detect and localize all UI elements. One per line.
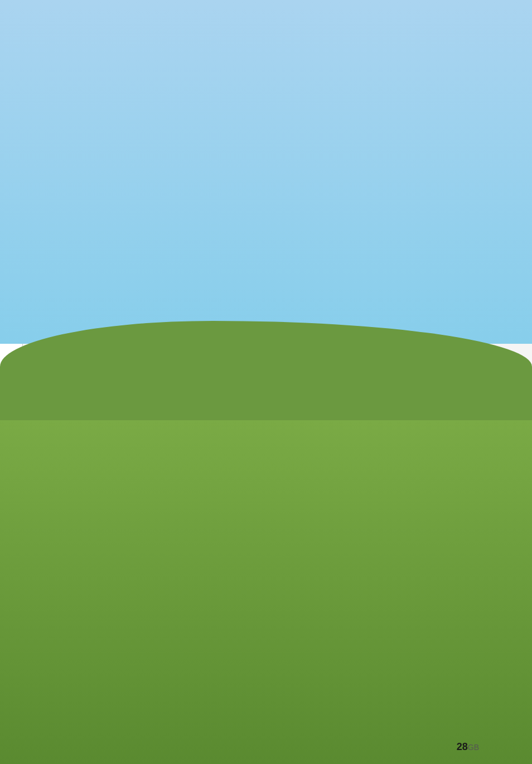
high-aperture-row: The higher the aperture (F value), the s… <box>34 364 451 409</box>
page-number-area: 28GB <box>457 741 479 753</box>
main-content: Aperture Priority Shooting You can manua… <box>0 0 485 764</box>
page-number: 28 <box>457 741 468 752</box>
landscape-image <box>34 364 90 409</box>
page-suffix: GB <box>468 743 479 752</box>
aperture-section: ☀ About the aperture priority T <box>22 275 463 430</box>
